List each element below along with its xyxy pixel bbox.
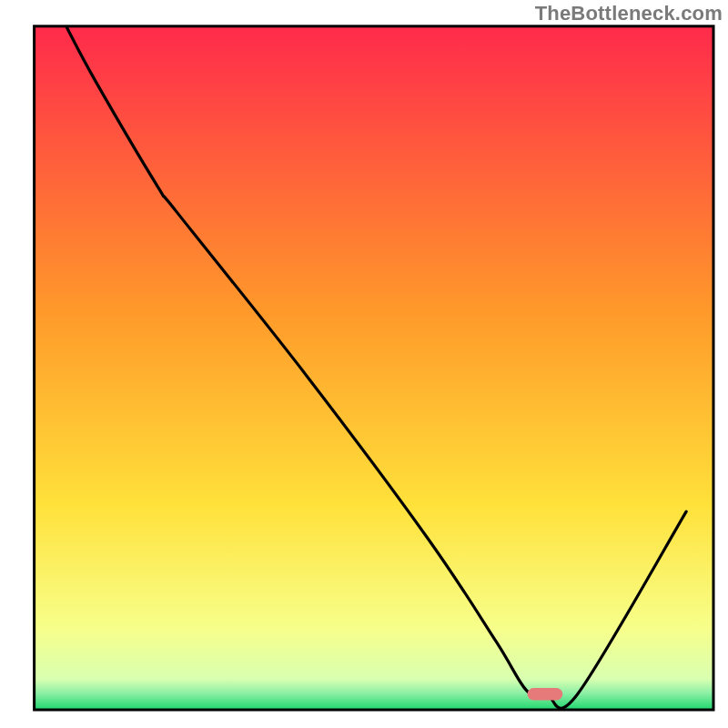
red-marker (527, 688, 562, 701)
plot-background (35, 26, 713, 710)
chart-container: TheBottleneck.com (0, 0, 728, 728)
bottleneck-chart (0, 0, 728, 728)
watermark-text: TheBottleneck.com (535, 2, 723, 25)
